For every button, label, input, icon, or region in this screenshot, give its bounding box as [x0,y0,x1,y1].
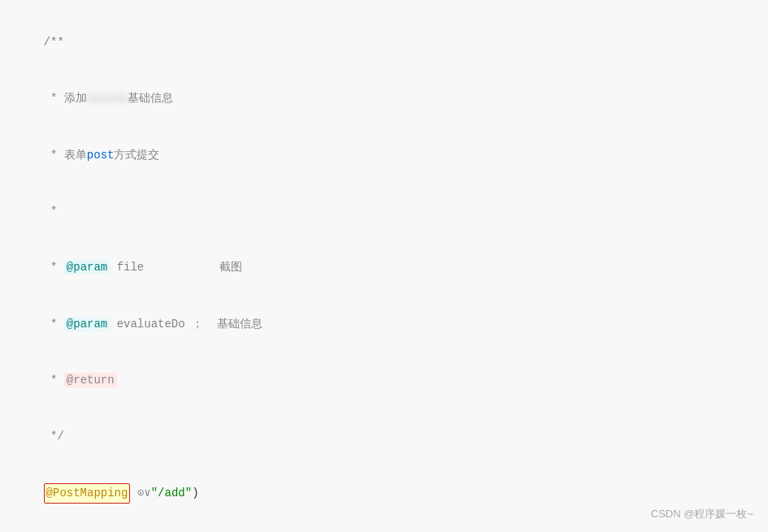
code-line-2: * 添加xxxxxx基础信息 [16,71,752,127]
code-line-8: */ [16,409,752,465]
code-line-10: public ResponseMessage addEvaluateInfo(M… [16,523,752,532]
code-line-5: * @param file 截图 [16,240,752,296]
code-line-4: * [16,184,752,240]
code-line-3: * 表单post方式提交 [16,128,752,184]
code-line-7: * @return [16,353,752,409]
post-mapping-annotation: @PostMapping [44,483,131,504]
code-editor: /** * 添加xxxxxx基础信息 * 表单post方式提交 * * @par… [0,0,768,532]
blurred-content: xxxxxx [87,89,128,108]
watermark: CSDN @程序媛一枚~ [651,505,753,522]
code-line-1: /** [16,15,752,71]
code-line-9: @PostMapping ⊙∨"/add") [16,465,752,522]
code-line-6: * @param evaluateDo ； 基础信息 [16,296,752,352]
